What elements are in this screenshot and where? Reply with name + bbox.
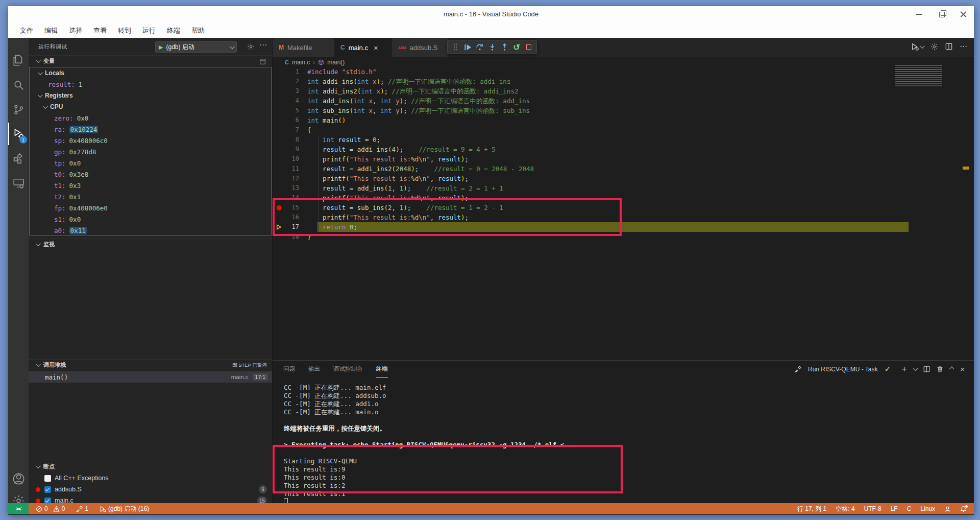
- feedback-icon[interactable]: [944, 506, 951, 512]
- code-line-10[interactable]: 10 printf("This result is:%d\n", result)…: [273, 154, 974, 164]
- panel-tab-输出[interactable]: 输出: [308, 361, 320, 377]
- debug-settings-gear-icon[interactable]: [247, 43, 255, 51]
- problems-indicator[interactable]: 0 0: [36, 505, 65, 512]
- step-into-icon[interactable]: [486, 41, 498, 53]
- line-number[interactable]: 5: [273, 106, 299, 115]
- code-line-3[interactable]: 3int addi_ins2(int x); //声明一下汇编语言中的函数: a…: [273, 86, 974, 96]
- variable-row-sp[interactable]: sp:0x408006c0: [30, 135, 271, 146]
- line-number[interactable]: 14: [273, 193, 299, 203]
- menu-item-查看[interactable]: 查看: [88, 25, 112, 37]
- step-over-icon[interactable]: [474, 41, 485, 53]
- variables-tree[interactable]: Localsresult:1RegistersCPUzero:0x0ra:0x1…: [29, 67, 272, 235]
- line-number[interactable]: 15: [273, 203, 299, 212]
- menu-item-选择[interactable]: 选择: [63, 25, 88, 37]
- menu-item-运行[interactable]: 运行: [137, 25, 161, 37]
- breakpoint-row-addsub.S[interactable]: addsub.S9: [29, 484, 272, 495]
- line-number[interactable]: 7: [273, 125, 299, 135]
- variable-row-t1[interactable]: t1:0x3: [30, 180, 271, 191]
- section-breakpoints[interactable]: 断点: [29, 461, 272, 472]
- activity-search-icon[interactable]: [8, 74, 29, 96]
- close-tab-icon[interactable]: ×: [374, 43, 378, 52]
- code-line-12[interactable]: 12 printf("This result is:%d\n", result)…: [273, 174, 974, 183]
- section-variables[interactable]: 变量: [29, 55, 272, 66]
- variable-row-gp[interactable]: gp:0x278d8: [30, 146, 271, 157]
- line-number[interactable]: 8: [273, 135, 299, 145]
- variables-group-CPU[interactable]: CPU: [30, 101, 271, 112]
- line-number[interactable]: 3: [273, 86, 299, 96]
- language-mode[interactable]: C: [907, 505, 912, 512]
- activity-settings-icon[interactable]: 1: [8, 489, 29, 503]
- menu-item-转到[interactable]: 转到: [112, 25, 137, 37]
- restart-icon[interactable]: ↺: [511, 41, 522, 53]
- variable-row-t0[interactable]: t0:0x3e8: [30, 169, 271, 180]
- breakpoint-checkbox[interactable]: [44, 475, 51, 482]
- encoding[interactable]: UTF-8: [864, 505, 881, 512]
- breadcrumb-symbol[interactable]: main(): [327, 59, 345, 66]
- code-line-7[interactable]: 7{: [273, 125, 974, 135]
- eol-sequence[interactable]: LF: [891, 505, 898, 512]
- variable-row-tp[interactable]: tp:0x0: [30, 157, 271, 169]
- line-number[interactable]: 11: [273, 164, 299, 174]
- code-line-15[interactable]: 15 result = sub_ins(2, 1); //result = 1 …: [273, 203, 974, 212]
- code-line-2[interactable]: 2int addi_ins(int x); //声明一下汇编语言中的函数: ad…: [273, 77, 974, 86]
- indentation[interactable]: 空格: 4: [836, 505, 854, 513]
- panel-tab-调试控制台[interactable]: 调试控制台: [333, 361, 363, 377]
- editor-settings-gear-icon[interactable]: [930, 43, 938, 51]
- panel-tab-问题[interactable]: 问题: [283, 361, 295, 377]
- variable-row-zero[interactable]: zero:0x0: [30, 112, 271, 124]
- code-line-5[interactable]: 5int sub_ins(int x, int y); //声明一下汇编语言中的…: [273, 106, 974, 115]
- line-number[interactable]: 6: [273, 115, 299, 125]
- variables-group-Locals[interactable]: Locals: [30, 67, 271, 79]
- breakpoint-checkbox[interactable]: [44, 486, 51, 493]
- breadcrumb-file[interactable]: main.c: [292, 59, 310, 66]
- code-line-16[interactable]: 16 printf("This result is:%d\n", result)…: [273, 212, 974, 222]
- start-debug-icon[interactable]: ▶: [159, 44, 163, 51]
- code-line-1[interactable]: 1#include "stdio.h": [273, 67, 974, 77]
- more-actions-icon[interactable]: ⋯: [259, 40, 267, 50]
- tab-main.c[interactable]: Cmain.c×: [334, 38, 392, 57]
- split-terminal-icon[interactable]: [923, 366, 930, 372]
- menu-item-终端[interactable]: 终端: [161, 25, 186, 37]
- line-number[interactable]: 1: [273, 67, 299, 77]
- breakpoint-row-All C++ Exceptions[interactable]: All C++ Exceptions: [29, 472, 272, 484]
- variable-row-result[interactable]: result:1: [30, 79, 271, 90]
- continue-icon[interactable]: [462, 41, 473, 53]
- line-number[interactable]: 17: [273, 222, 299, 232]
- line-number[interactable]: 4: [273, 96, 299, 106]
- os-label[interactable]: Linux: [920, 505, 935, 512]
- menu-item-帮助[interactable]: 帮助: [186, 25, 210, 37]
- variable-row-ra[interactable]: ra:0x10224: [30, 124, 271, 135]
- panel-tab-终端[interactable]: 终端: [376, 361, 388, 377]
- bell-icon[interactable]: [960, 506, 967, 512]
- code-line-18[interactable]: 18}: [273, 232, 974, 242]
- terminal-task-label[interactable]: Run RISCV-QEMU - Task: [808, 366, 877, 373]
- variable-row-fp[interactable]: fp:0x408006e0: [30, 202, 271, 214]
- code-line-17[interactable]: 17 return 0;: [273, 222, 974, 232]
- menu-item-编辑[interactable]: 编辑: [39, 25, 63, 37]
- run-or-debug-icon[interactable]: [911, 43, 923, 51]
- code-line-9[interactable]: 9 result = addi_ins(4); //result = 9 = 4…: [273, 145, 974, 154]
- debug-config-dropdown[interactable]: ▶ (gdb) 启动: [155, 41, 237, 53]
- minimize-icon[interactable]: [915, 10, 924, 18]
- maximize-icon[interactable]: [937, 10, 946, 18]
- breakpoint-checkbox[interactable]: [44, 498, 51, 504]
- variable-row-s1[interactable]: s1:0x0: [30, 214, 271, 225]
- activity-run-and-debug-icon[interactable]: 1: [8, 123, 29, 145]
- code-line-13[interactable]: 13 result = add_ins(1, 1); //result = 2 …: [273, 183, 974, 193]
- breakpoint-row-main.c[interactable]: main.c15: [29, 495, 272, 503]
- line-number[interactable]: 13: [273, 183, 299, 193]
- line-number[interactable]: 9: [273, 145, 299, 154]
- open-panel-icon[interactable]: [259, 58, 266, 65]
- code-line-14[interactable]: 14 printf("This result is:%d\n", result)…: [273, 193, 974, 203]
- call-stack-frame[interactable]: main() main.c 17:1: [29, 371, 272, 383]
- debug-session-indicator[interactable]: (gdb) 启动 (16): [100, 505, 149, 513]
- variables-group-Registers[interactable]: Registers: [30, 90, 271, 101]
- line-number[interactable]: 10: [273, 154, 299, 164]
- activity-source-control-icon[interactable]: [8, 98, 29, 121]
- activity-account-icon[interactable]: [8, 467, 29, 490]
- variable-row-t2[interactable]: t2:0x1: [30, 191, 271, 202]
- close-panel-icon[interactable]: ×: [960, 365, 965, 373]
- kill-terminal-trash-icon[interactable]: [937, 366, 943, 372]
- line-number[interactable]: 18: [273, 232, 299, 242]
- close-window-icon[interactable]: [959, 10, 968, 18]
